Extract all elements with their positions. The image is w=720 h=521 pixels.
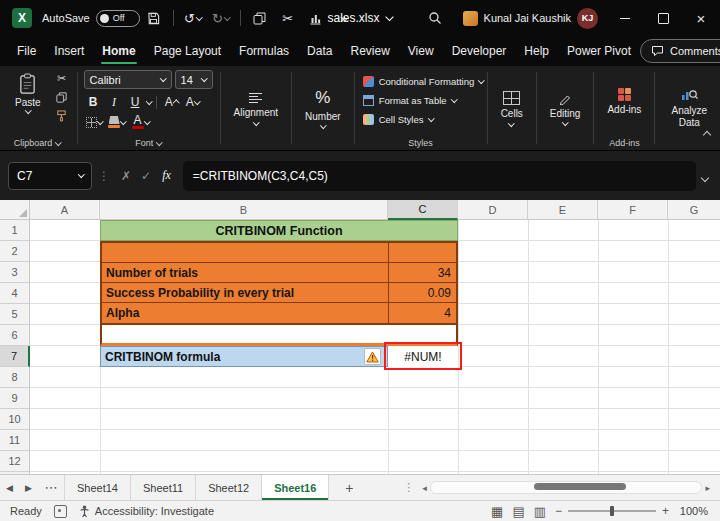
scrollbar-track[interactable] <box>430 481 703 494</box>
scrollbar-thumb[interactable] <box>534 483 626 490</box>
formula-bar-expand-icon[interactable] <box>702 167 708 185</box>
formula-input[interactable]: =CRITBINOM(C3,C4,C5) <box>183 161 696 191</box>
save-icon[interactable] <box>140 5 168 31</box>
fill-color-button[interactable] <box>106 113 128 131</box>
format-as-table-button[interactable]: Format as Table <box>361 91 481 109</box>
tab-splitter-icon[interactable]: ⋮ <box>403 481 414 494</box>
tab-view[interactable]: View <box>399 36 443 66</box>
clipboard-group-label[interactable]: Clipboard <box>0 138 75 148</box>
editing-button[interactable]: Editing <box>543 70 588 146</box>
styles-group-label[interactable]: Styles <box>357 138 485 148</box>
alignment-button[interactable]: Alignment <box>227 70 285 146</box>
tab-formulas[interactable]: Formulas <box>230 36 298 66</box>
decrease-font-button[interactable]: A <box>183 93 202 111</box>
addins-group-label[interactable]: Add-ins <box>596 138 652 148</box>
copy-icon[interactable] <box>53 89 71 105</box>
copy-icon[interactable] <box>246 5 274 31</box>
conditional-formatting-button[interactable]: Conditional Formatting <box>361 72 481 90</box>
format-painter-icon[interactable] <box>53 108 71 124</box>
cell-c7-result[interactable]: #NUM! <box>388 346 458 367</box>
cells-button[interactable]: Cells <box>494 70 530 146</box>
user-account[interactable]: Kunal Jai Kaushik KJ <box>463 8 598 29</box>
cell-styles-button[interactable]: Cell Styles <box>361 110 481 128</box>
tab-insert[interactable]: Insert <box>45 36 93 66</box>
cut-icon[interactable]: ✂ <box>274 5 302 31</box>
increase-font-button[interactable]: A <box>162 93 181 111</box>
scroll-left-icon[interactable]: ◂ <box>422 483 427 493</box>
sheet-tab-sheet12[interactable]: Sheet12 <box>196 475 262 500</box>
column-header-e[interactable]: E <box>528 200 598 220</box>
comments-button[interactable]: Comments <box>640 39 720 63</box>
borders-button[interactable] <box>84 113 105 131</box>
maximize-button[interactable] <box>644 0 682 36</box>
row-header-3[interactable]: 3 <box>0 262 30 283</box>
cut-icon[interactable]: ✂ <box>53 70 71 86</box>
insert-function-icon[interactable]: fx <box>162 168 171 183</box>
zoom-out-icon[interactable]: − <box>555 504 562 518</box>
name-box[interactable]: C7 <box>8 162 92 190</box>
row-header-4[interactable]: 4 <box>0 283 30 304</box>
zoom-slider-thumb[interactable] <box>610 506 614 516</box>
cell-b4-label[interactable]: Success Probability in every trial <box>102 283 389 302</box>
tab-power-pivot[interactable]: Power Pivot <box>558 36 640 66</box>
cancel-icon[interactable]: ✗ <box>121 169 131 183</box>
error-warning-icon[interactable] <box>364 348 381 365</box>
font-group-label[interactable]: Font <box>80 138 218 148</box>
zoom-level[interactable]: 100% <box>678 505 708 517</box>
enter-icon[interactable]: ✓ <box>141 169 151 183</box>
new-sheet-button[interactable]: + <box>337 475 361 500</box>
page-break-view-icon[interactable]: ▥ <box>534 505 546 518</box>
zoom-slider[interactable] <box>568 510 656 512</box>
underline-button[interactable]: U <box>126 93 145 111</box>
sheet-tab-sheet11[interactable]: Sheet11 <box>131 475 196 500</box>
sheet-tab-sheet14[interactable]: Sheet14 <box>64 475 131 500</box>
undo-icon[interactable]: ↺ <box>179 5 207 31</box>
column-header-f[interactable]: F <box>598 200 668 220</box>
sheet-tab-sheet16[interactable]: Sheet16 <box>262 475 329 500</box>
cell-c5-value[interactable]: 4 <box>389 303 456 323</box>
column-header-c[interactable]: C <box>388 200 458 220</box>
accessibility-checker[interactable]: Accessibility: Investigate <box>79 505 214 517</box>
close-button[interactable]: × <box>682 0 720 36</box>
row-header-7[interactable]: 7 <box>0 346 30 367</box>
tab-page-layout[interactable]: Page Layout <box>145 36 230 66</box>
font-color-button[interactable]: A <box>130 113 152 131</box>
select-all-corner[interactable] <box>0 200 30 220</box>
cell-row-2[interactable] <box>102 243 456 263</box>
chart-icon[interactable] <box>302 5 330 31</box>
sheets-scroll-right-icon[interactable]: ▶ <box>19 475 38 500</box>
row-header-9[interactable]: 9 <box>0 388 30 409</box>
row-header-10[interactable]: 10 <box>0 409 30 430</box>
sheets-scroll-left-icon[interactable]: ◀ <box>0 475 19 500</box>
row-header-8[interactable]: 8 <box>0 367 30 388</box>
document-title[interactable]: sales.xlsx <box>327 0 392 36</box>
column-header-a[interactable]: A <box>30 200 100 220</box>
cell-c2[interactable] <box>389 243 456 262</box>
normal-view-icon[interactable]: ▦ <box>491 505 503 518</box>
row-header-6[interactable]: 6 <box>0 325 30 346</box>
tab-file[interactable]: File <box>8 36 45 66</box>
formula-bar-splitter[interactable]: ⋮ <box>98 169 110 183</box>
collapse-ribbon-icon[interactable] <box>704 124 710 142</box>
italic-button[interactable]: I <box>105 93 124 111</box>
tab-data[interactable]: Data <box>298 36 341 66</box>
row-header-11[interactable]: 11 <box>0 430 30 451</box>
chevron-down-icon[interactable] <box>146 98 152 104</box>
redo-icon[interactable]: ↻ <box>207 5 235 31</box>
column-header-b[interactable]: B <box>100 200 388 220</box>
autosave-toggle[interactable]: Off <box>96 10 140 27</box>
row-header-2[interactable]: 2 <box>0 241 30 262</box>
scroll-right-icon[interactable]: ▸ <box>705 483 710 493</box>
zoom-in-icon[interactable]: + <box>662 504 669 518</box>
excel-logo[interactable]: X <box>12 8 32 28</box>
paste-button[interactable]: Paste <box>8 70 48 124</box>
tab-home[interactable]: Home <box>93 36 144 66</box>
column-header-d[interactable]: D <box>458 200 528 220</box>
cell-b1-title[interactable]: CRITBINOM Function <box>100 220 458 241</box>
font-size-select[interactable]: 14 <box>175 70 213 89</box>
row-header-5[interactable]: 5 <box>0 304 30 325</box>
page-layout-view-icon[interactable]: ▤ <box>512 505 524 518</box>
record-macro-icon[interactable] <box>54 505 67 518</box>
row-header-1[interactable]: 1 <box>0 220 30 241</box>
addins-button[interactable]: Add-ins <box>600 70 648 134</box>
